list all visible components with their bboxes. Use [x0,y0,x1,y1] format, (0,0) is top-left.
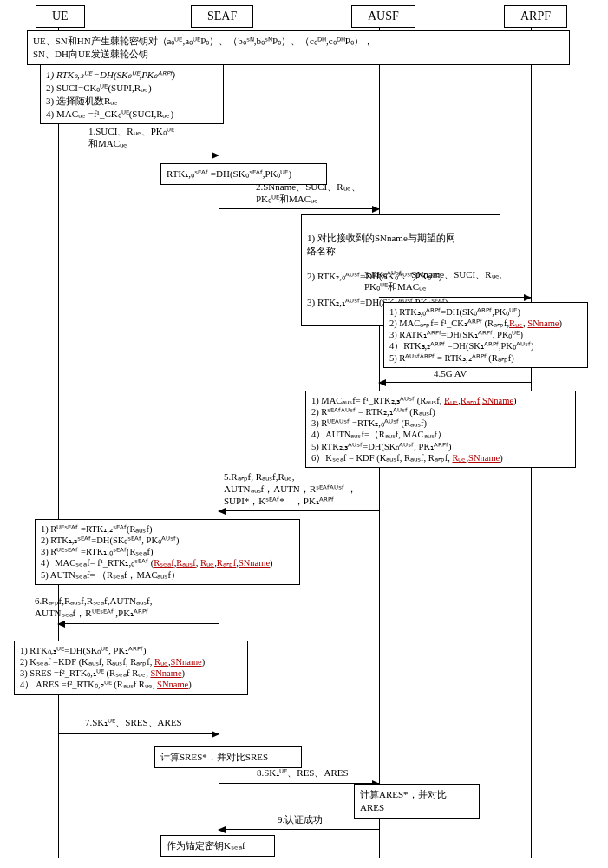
msg9-label: 9.认证成功 [278,814,323,826]
l1: 1) RTK₃,₀ᴬᴿᴾᶠ=DH(SK₀ᴬᴿᴾᶠ,PK₀ᵁᴱ) [389,306,582,318]
l3: 3) SRES =f²_RTK₀,₁ᵁᴱ (Rₛₑₐf Rᵤₑ, SNname) [20,667,242,679]
l3: 3) Rᵁᴱˢᴱᴬᶠ =RTK₁,₀ˢᴱᴬᶠ(Rₛₑₐf) [41,546,294,557]
msg4-label: 4.5G AV [434,368,467,380]
box-ue-step2: 1) RTK₀,₃ᵁᴱ=DH(SK₀ᵁᴱ, PK₁ᴬᴿᴾᶠ) 2) Kₛₑₐf … [14,641,248,695]
box-seaf-step2: 1) Rᵁᴱˢᴱᴬᶠ =RTK₁,₂ˢᴱᴬᶠ(Rₐᵤₛf) 2) RTK₁,₂ˢ… [35,519,300,585]
msg3-arrow [379,297,531,298]
l4: 4）RTK₃,₂ᴬᴿᴾᶠ =DH(SK₁ᴬᴿᴾᶠ,PK₀ᴬᵁˢᶠ) [389,340,582,352]
l1: 1) MACₐᵤₛf= f¹_RTK₂,₃ᴬᵁˢᶠ (Rₐᵤₛf, Rᵤₑ,Rₐ… [311,395,570,406]
l2: 2) RTK₁,₂ˢᴱᴬᶠ=DH(SK₀ˢᴱᴬᶠ, PK₀ᴬᵁˢᶠ) [41,535,294,546]
actor-seaf: SEAF [191,5,253,28]
l1: 1) Rᵁᴱˢᴱᴬᶠ =RTK₁,₂ˢᴱᴬᶠ(Rₐᵤₛf) [41,523,294,535]
msg5-label: 5.Rₐᵣₚf, Rₐᵤₛf,Rᵤₑ, AUTNₐᵤₛf，AUTN，Rˢᴱᴬᶠᴬ… [224,471,356,507]
msg5-arrow [219,510,379,511]
l1: 1) RTK₀,₃ᵁᴱ =DH(SK₀ᵁᴱ,PK₀ᴬᴿᴾᶠ) [46,69,218,82]
l2: 2) SUCI=CK₀ᵁᴱ(SUPI,Rᵤₑ) [46,82,218,95]
actor-ausf: AUSF [351,5,415,28]
box-seaf-step3: 计算SRES*，并对比SRES [154,746,302,768]
l5: 5) AUTNₛₑₐf= （Rₛₑₐf，MACₐᵤₛf） [41,569,294,581]
actor-arpf: ARPF [504,5,567,28]
msg4-arrow [379,382,531,383]
box-ausf-step2: 1) MACₐᵤₛf= f¹_RTK₂,₃ᴬᵁˢᶠ (Rₐᵤₛf, Rᵤₑ,Rₐ… [305,391,576,468]
box-arpf-step1: 1) RTK₃,₀ᴬᴿᴾᶠ=DH(SK₀ᴬᴿᴾᶠ,PK₀ᵁᴱ) 2) MACₐᵣ… [383,302,588,368]
msg2-arrow [219,208,379,209]
msg3-label: 3.PK₀ᴬᵁˢᶠ、SNname、SUCI、Rᵤₑ, PK₀ᵁᴱ和MACᵤₑ [364,269,501,293]
l1: 1) RTK₀,₃ᵁᴱ=DH(SK₀ᵁᴱ, PK₁ᴬᴿᴾᶠ) [20,645,242,656]
l3: 3) 选择随机数Rᵤₑ [46,95,218,108]
l3: 3) RATK₁ᴬᴿᴾᶠ=DH(SK₁ᴬᴿᴾᶠ, PK₀ᵁᴱ) [389,329,582,340]
l2: 2) Kₛₑₐf =KDF (Kₐᵤₛf, Rₐᵤₛf, Rₐᵣₚf, Rᵤₑ,… [20,656,242,667]
l4: 4）AUTNₐᵤₛf=（Rₐᵤₛf, MACₐᵤₛf） [311,429,570,440]
l5: 5) Rᴬᵁˢᶠᴬᴿᴾᶠ = RTK₃,₂ᴬᴿᴾᶠ (Rₐᵣₚf) [389,352,582,364]
l4: 4) MACᵤₑ =f¹_CK₀ᵁᴱ(SUCI,Rᵤₑ) [46,108,218,121]
l2: 2) Rˢᴱᴬᶠᴬᵁˢᶠ = RTK₂,₁ᴬᵁˢᶠ (Rₐᵤₛf) [311,406,570,418]
msg8-label: 8.SK₁ᵁᴱ、RES、ARES [257,767,349,779]
note-keygen: UE、SN和HN产生棘轮密钥对（a₀ᵁᴱ,a₀ᵁᴱP₀）、（b₀ˢᴺ,b₀ˢᴺP… [27,30,570,65]
msg6-arrow [58,623,219,624]
l5: 5) RTK₂,₃ᴬᵁˢᶠ=DH(SK₀ᴬᵁˢᶠ, PK₁ᴬᴿᴾᶠ) [311,441,570,452]
sequence-diagram: UE SEAF AUSF ARPF UE、SN和HN产生棘轮密钥对（a₀ᵁᴱ,a… [0,0,608,868]
msg1-label: 1.SUCI、Rᵤₑ、PK₀ᵁᴱ 和MACᵤₑ [88,126,174,150]
actor-ue: UE [36,5,85,28]
msg7-label: 7.SK₁ᵁᴱ、SRES、ARES [85,717,182,729]
l4: 4） ARES =f²_RTK₀,₂ᵁᴱ (Rₐᵤₛf Rᵤₑ, SNname) [20,679,242,690]
l4: 4）MACₛₑₐf= f¹_RTK₁,₀ˢᴱᴬᶠ (Rₛₑₐf,Rₐᵤₛf, R… [41,557,294,569]
msg1-arrow [58,155,219,155]
box-ue-step1: 1) RTK₀,₃ᵁᴱ =DH(SK₀ᵁᴱ,PK₀ᴬᴿᴾᶠ) 2) SUCI=C… [40,64,224,124]
l6: 6）Kₛₑₐf = KDF (Kₐᵤₛf, Rₐᵤₛf, Rₐᵣₚf, Rᵤₑ,… [311,452,570,464]
box-ausf-step3: 计算ARES*，并对比 ARES [354,784,480,819]
l2: 2) MACₐᵣₚf= f¹_CK₁ᴬᴿᴾᶠ (Rₐᵣₚf,Rᵤₑ, SNnam… [389,318,582,329]
msg9-arrow [219,829,379,830]
msg7-arrow [58,733,219,734]
l3: 3) Rᵁᴱᴬᵁˢᶠ =RTK₂,₀ᴬᵁˢᶠ (Rₐᵤₛf) [311,418,570,429]
msg6-label: 6.Rₐᵣₚf,Rₐᵤₛf,Rₛₑₐf,AUTNₐᵤₛf, AUTNₛₑₐf，R… [35,595,152,620]
box-seaf-step4: 作为锚定密钥Kₛₑₐf [160,835,275,857]
l1: 1) 对比接收到的SNname与期望的网 络名称 [307,232,494,258]
msg2-label: 2.SNname、SUCI、Rᵤₑ、 PK₀ᵁᴱ和MACᵤₑ [256,181,361,206]
